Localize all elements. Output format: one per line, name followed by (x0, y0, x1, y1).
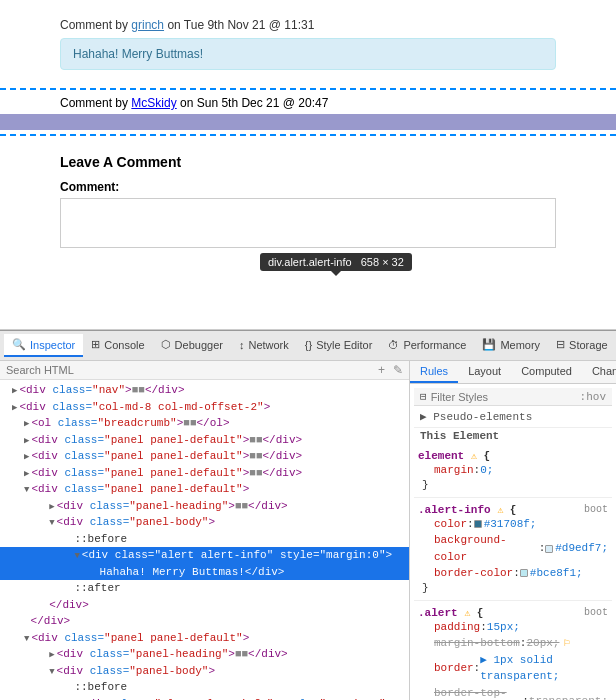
color-swatch-color[interactable] (474, 520, 482, 528)
devtools-body: + ✎ ▶<div class="nav">■■</div> ▶<div cla… (0, 361, 616, 700)
styles-content: ⊟ :hov ▶ Pseudo-elements This Element el… (410, 384, 616, 700)
html-search-bar: + ✎ (0, 361, 409, 380)
tree-item[interactable]: ▼<div class="panel panel-default"> (0, 630, 409, 647)
tree-item[interactable]: </div> (0, 597, 409, 614)
tree-item[interactable]: ▶<div class="panel-heading">■■</div> (0, 498, 409, 515)
pick-element-button[interactable]: ✎ (393, 363, 403, 377)
tree-item-selected-text[interactable]: Hahaha! Merry Buttmas!</div> (0, 564, 409, 581)
tree-item[interactable]: ▶<div class="panel panel-default">■■</di… (0, 448, 409, 465)
tree-item[interactable]: ::before (0, 531, 409, 548)
leave-comment-section: Leave A Comment Comment: (60, 146, 556, 259)
tree-item[interactable]: ▼<div class="alert alert-info" style="ma… (0, 696, 409, 701)
network-icon: ↕ (239, 339, 245, 351)
filter-styles-input[interactable] (431, 391, 576, 403)
tree-item[interactable]: ▼<div class="panel-body"> (0, 514, 409, 531)
tab-inspector[interactable]: 🔍 Inspector (4, 334, 83, 357)
style-source-boot2: boot (584, 607, 608, 618)
tree-item[interactable]: ::after (0, 580, 409, 597)
html-panel: + ✎ ▶<div class="nav">■■</div> ▶<div cla… (0, 361, 410, 700)
element-tooltip: div.alert.alert-info 658 × 32 (260, 253, 412, 271)
inspector-icon: 🔍 (12, 338, 26, 351)
styles-tab-rules[interactable]: Rules (410, 361, 458, 383)
prop-padding: padding: 15px; (418, 619, 608, 636)
tree-item[interactable]: ▼<div class="panel panel-default"> (0, 481, 409, 498)
search-html-input[interactable] (6, 364, 374, 376)
tree-item[interactable]: ▶<div class="panel panel-default">■■</di… (0, 432, 409, 449)
prop-margin-bottom: margin-bottom: 20px; ⚐ (418, 635, 608, 652)
tab-performance[interactable]: ⏱ Performance (380, 335, 474, 357)
search-icons: + ✎ (378, 363, 403, 377)
section-divider-2 (414, 600, 612, 601)
comment-header-1: Comment by grinch on Tue 9th Nov 21 @ 11… (60, 18, 556, 32)
debugger-icon: ⬡ (161, 338, 171, 351)
styles-tab-computed[interactable]: Computed (511, 361, 582, 383)
color-swatch-bg[interactable] (545, 545, 553, 553)
comment-field-label: Comment: (60, 180, 556, 194)
comment-author-2[interactable]: McSkidy (131, 96, 176, 110)
leave-comment-title: Leave A Comment (60, 154, 556, 170)
prop-border-color: border-color: #bce8f1; (418, 565, 608, 582)
style-rule-element: element ⚠ { margin: 0; } (414, 448, 612, 493)
comment-header-2: Comment by McSkidy on Sun 5th Dec 21 @ 2… (60, 96, 556, 110)
style-rule-alert-info: .alert-info ⚠ { boot color: #31708f; bac… (414, 502, 612, 596)
tab-debugger[interactable]: ⬡ Debugger (153, 334, 231, 357)
styles-tab-changes[interactable]: Chan... (582, 361, 616, 383)
comment-textarea[interactable] (60, 198, 556, 248)
tab-network[interactable]: ↕ Network (231, 335, 297, 357)
prop-border-top: border-top-color: transparent; (418, 685, 608, 701)
style-rule-alert: .alert ⚠ { boot padding: 15px; margin-bo… (414, 605, 612, 701)
warning-icon: ⚐ (563, 635, 570, 652)
html-tree: ▶<div class="nav">■■</div> ▶<div class="… (0, 380, 409, 700)
styles-panel: Rules Layout Computed Chan... ⊟ :hov ▶ P… (410, 361, 616, 700)
tree-item[interactable]: ::before (0, 679, 409, 696)
memory-icon: 💾 (482, 338, 496, 351)
tree-item-selected[interactable]: ▼<div class="alert alert-info" style="ma… (0, 547, 409, 564)
styles-tab-layout[interactable]: Layout (458, 361, 511, 383)
comment-block-1: Comment by grinch on Tue 9th Nov 21 @ 11… (60, 10, 556, 78)
tab-storage[interactable]: ⊟ Storage (548, 334, 616, 357)
tree-item[interactable]: ▶<div class="panel-heading">■■</div> (0, 646, 409, 663)
style-prop-line: margin: 0; (418, 462, 608, 479)
prop-border: border: ▶ 1px solid transparent; (418, 652, 608, 685)
tree-item[interactable]: ▶<div class="nav">■■</div> (0, 382, 409, 399)
selector-alert-info: .alert-info ⚠ { (418, 504, 516, 516)
tab-style-editor[interactable]: {} Style Editor (297, 335, 381, 357)
add-node-button[interactable]: + (378, 363, 385, 377)
console-icon: ⊞ (91, 338, 100, 351)
rule-close: } (418, 479, 608, 491)
rule-close: } (418, 582, 608, 594)
devtools-tabs-bar: 🔍 Inspector ⊞ Console ⬡ Debugger ↕ Netwo… (0, 331, 616, 361)
styles-tabs: Rules Layout Computed Chan... (410, 361, 616, 384)
comment-text-1: Hahaha! Merry Buttmas! (60, 38, 556, 70)
tree-item[interactable]: ▶<ol class="breadcrumb">■■</ol> (0, 415, 409, 432)
filter-bar: ⊟ :hov (414, 388, 612, 406)
pseudo-elements-section: ▶ Pseudo-elements (414, 406, 612, 428)
tree-item[interactable]: ▶<div class="panel panel-default">■■</di… (0, 465, 409, 482)
selector-alert: .alert ⚠ { (418, 607, 483, 619)
highlighted-comment-area: Comment by McSkidy on Sun 5th Dec 21 @ 2… (0, 88, 616, 136)
tree-item[interactable]: ▼<div class="panel-body"> (0, 663, 409, 680)
tab-console[interactable]: ⊞ Console (83, 334, 152, 357)
tree-item[interactable]: ▶<div class="col-md-8 col-md-offset-2"> (0, 399, 409, 416)
webpage-preview: Comment by grinch on Tue 9th Nov 21 @ 11… (0, 0, 616, 330)
storage-icon: ⊟ (556, 338, 565, 351)
pseudo-hint[interactable]: :hov (580, 391, 606, 403)
prop-bg-color: background-color: #d9edf7; (418, 532, 608, 565)
performance-icon: ⏱ (388, 339, 399, 351)
tree-item[interactable]: </div> (0, 613, 409, 630)
devtools-panel: 🔍 Inspector ⊞ Console ⬡ Debugger ↕ Netwo… (0, 330, 616, 700)
prop-color: color: #31708f; (418, 516, 608, 533)
comment-author-1[interactable]: grinch (131, 18, 164, 32)
filter-icon: ⊟ (420, 390, 427, 403)
section-divider (414, 497, 612, 498)
style-editor-icon: {} (305, 339, 312, 351)
selector-element: element ⚠ { (418, 450, 490, 462)
color-swatch-border[interactable] (520, 569, 528, 577)
style-source-boot: boot (584, 504, 608, 515)
this-element-label: This Element (414, 428, 612, 444)
comment-highlighted-box (0, 114, 616, 130)
tab-memory[interactable]: 💾 Memory (474, 334, 548, 357)
